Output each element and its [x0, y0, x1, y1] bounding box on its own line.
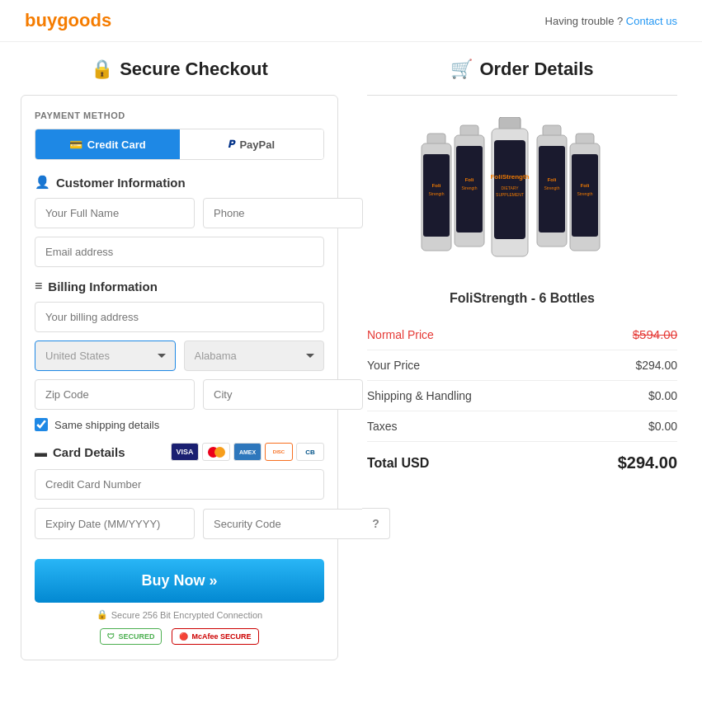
- name-phone-row: [35, 198, 324, 228]
- credit-card-tab-label: Credit Card: [87, 139, 146, 151]
- total-value: $294.00: [618, 453, 677, 472]
- your-price-label: Your Price: [367, 359, 420, 372]
- trust-badges: 🛡 SECURED 🔴 McAfee SECURE: [35, 628, 324, 645]
- svg-text:Strength: Strength: [429, 191, 445, 196]
- email-row: [35, 237, 324, 267]
- your-price-value: $294.00: [635, 359, 677, 372]
- secure-connection-line: 🔒 Secure 256 Bit Encrypted Connection: [35, 609, 324, 620]
- svg-text:DIETARY: DIETARY: [501, 186, 519, 190]
- svg-text:SUPPLEMENT: SUPPLEMENT: [496, 192, 524, 197]
- card-details-section: ▬ Card Details VISA AMEX DISC CB: [35, 443, 324, 461]
- shipping-row: Shipping & Handling $0.00: [367, 381, 677, 411]
- discover-icon: DISC: [265, 443, 293, 461]
- checkout-title: 🔒 Secure Checkout: [21, 59, 338, 80]
- svg-text:Strength: Strength: [462, 186, 478, 190]
- svg-text:Foli: Foli: [581, 183, 590, 188]
- lock-icon: 🔒: [91, 59, 113, 80]
- mastercard-icon: [202, 443, 230, 461]
- normal-price-value: $594.00: [633, 327, 677, 341]
- taxes-label: Taxes: [367, 420, 398, 433]
- left-panel: 🔒 Secure Checkout PAYMENT METHOD 💳 Credi…: [8, 42, 351, 677]
- address-row: [35, 302, 324, 332]
- shipping-value: $0.00: [648, 389, 677, 402]
- header: buygoods Having trouble ? Contact us: [0, 0, 702, 42]
- svg-text:Foli: Foli: [432, 183, 441, 188]
- expiry-input[interactable]: [35, 508, 195, 539]
- phone-input[interactable]: [203, 198, 363, 228]
- main-container: 🔒 Secure Checkout PAYMENT METHOD 💳 Credi…: [0, 42, 702, 677]
- taxes-row: Taxes $0.00: [367, 411, 677, 442]
- security-code-input[interactable]: [203, 509, 362, 539]
- svg-text:Foli: Foli: [465, 177, 474, 182]
- paypal-icon: 𝙋: [228, 138, 234, 151]
- secured-badge: 🛡 SECURED: [100, 628, 162, 645]
- product-bottles-image: Foli Strength Foli Strength FoliStrength: [407, 117, 638, 270]
- cb-icon: CB: [296, 443, 324, 461]
- state-select[interactable]: Alabama Alaska Arizona Arkansas Californ…: [184, 341, 325, 371]
- logo[interactable]: buygoods: [25, 10, 111, 31]
- credit-card-tab[interactable]: 💳 Credit Card: [35, 129, 180, 159]
- full-name-input[interactable]: [35, 198, 195, 228]
- svg-text:Strength: Strength: [544, 186, 560, 190]
- same-shipping-label: Same shipping details: [54, 419, 159, 431]
- shield-badge-icon: 🛡: [107, 632, 115, 641]
- email-input[interactable]: [35, 237, 324, 267]
- header-trouble: Having trouble ? Contact us: [545, 15, 677, 27]
- logo-goods: goods: [57, 10, 111, 31]
- same-shipping-checkbox[interactable]: [35, 418, 48, 431]
- payment-method-label: PAYMENT METHOD: [35, 110, 324, 120]
- taxes-value: $0.00: [648, 420, 677, 433]
- order-details-title: 🛒 Order Details: [367, 59, 677, 80]
- user-icon: 👤: [35, 175, 50, 190]
- normal-price-row: Normal Price $594.00: [367, 319, 677, 350]
- billing-address-input[interactable]: [35, 302, 324, 332]
- buy-now-button[interactable]: Buy Now »: [35, 559, 324, 603]
- paypal-tab-label: PayPal: [239, 139, 275, 151]
- zip-input[interactable]: [35, 379, 195, 410]
- visa-icon: VISA: [171, 443, 199, 461]
- your-price-row: Your Price $294.00: [367, 350, 677, 381]
- divider: [367, 95, 677, 96]
- city-input[interactable]: [203, 379, 363, 410]
- right-panel: 🛒 Order Details Foli Strength: [351, 42, 694, 677]
- same-shipping-row: Same shipping details: [35, 418, 324, 431]
- card-number-input[interactable]: [35, 469, 324, 500]
- expiry-security-row: ?: [35, 508, 324, 539]
- billing-info-header: ≡ Billing Information: [35, 279, 324, 294]
- logo-buy: buy: [25, 10, 57, 31]
- paypal-tab[interactable]: 𝙋 PayPal: [180, 129, 324, 159]
- normal-price-label: Normal Price: [367, 328, 434, 341]
- amex-icon: AMEX: [233, 443, 261, 461]
- payment-tabs: 💳 Credit Card 𝙋 PayPal: [35, 129, 324, 160]
- country-select[interactable]: United States Canada United Kingdom Aust…: [35, 341, 176, 371]
- card-icons-group: VISA AMEX DISC CB: [171, 443, 324, 461]
- product-name: FoliStrength - 6 Bottles: [367, 291, 677, 306]
- total-row: Total USD $294.00: [367, 442, 677, 481]
- card-details-header: ▬ Card Details: [35, 445, 125, 459]
- country-state-row: United States Canada United Kingdom Aust…: [35, 341, 324, 371]
- contact-link[interactable]: Contact us: [626, 15, 677, 27]
- zip-city-row: [35, 379, 324, 410]
- total-label: Total USD: [367, 456, 429, 471]
- mcafee-badge: 🔴 McAfee SECURE: [172, 628, 258, 645]
- svg-text:Strength: Strength: [577, 191, 593, 196]
- svg-text:Foli: Foli: [548, 177, 557, 182]
- product-image-container: Foli Strength Foli Strength FoliStrength: [367, 109, 677, 278]
- card-chip-icon: ▬: [35, 445, 47, 459]
- svg-text:FoliStrength: FoliStrength: [490, 173, 529, 181]
- credit-card-tab-icon: 💳: [69, 139, 82, 151]
- checkout-form: PAYMENT METHOD 💳 Credit Card 𝙋 PayPal 👤 …: [21, 95, 338, 660]
- card-number-row: [35, 469, 324, 500]
- billing-icon: ≡: [35, 279, 42, 294]
- shield-icon: 🔒: [97, 609, 108, 620]
- cart-icon: 🛒: [450, 59, 473, 80]
- mcafee-icon: 🔴: [179, 632, 188, 641]
- shipping-label: Shipping & Handling: [367, 389, 472, 402]
- customer-info-header: 👤 Customer Information: [35, 175, 324, 190]
